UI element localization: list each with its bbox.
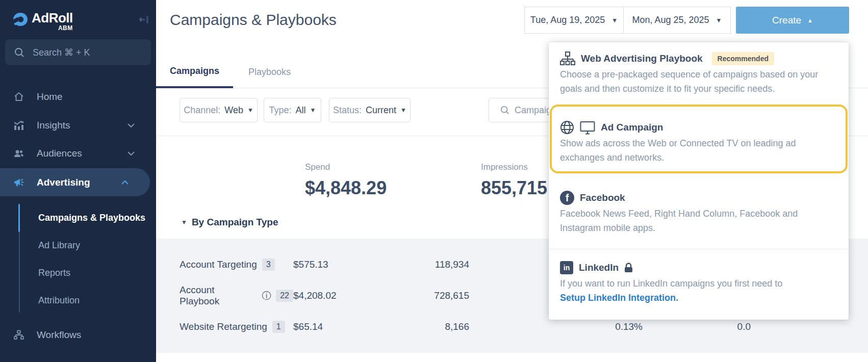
tab-playbooks[interactable]: Playbooks — [235, 56, 304, 88]
filter-channel[interactable]: Channel: Web ▼ — [180, 98, 258, 122]
sidebar-item-audiences[interactable]: Audiences — [0, 141, 156, 166]
workflows-icon — [14, 330, 24, 340]
create-dropdown-menu: Web Advertising Playbook Recommended Cho… — [549, 42, 849, 320]
home-icon — [14, 92, 24, 102]
sidebar-item-reports[interactable]: Reports — [38, 259, 70, 287]
menu-item-web-advertising-playbook[interactable]: Web Advertising Playbook Recommended Cho… — [560, 51, 837, 96]
menu-item-linkedin[interactable]: in LinkedIn If you want to run LinkedIn … — [560, 260, 837, 305]
sidebar-item-ad-library[interactable]: Ad Library — [38, 231, 80, 259]
sidebar: AdRoll ABM Search ⌘ + K Home Insights — [0, 0, 156, 362]
setup-linkedin-integration-link[interactable]: Setup LinkedIn Integration. — [560, 291, 837, 305]
sidebar-item-insights[interactable]: Insights — [0, 113, 156, 138]
impressions-cell: 728,615 — [377, 290, 469, 301]
caret-down-icon: ▼ — [181, 219, 187, 226]
recommended-badge: Recommended — [712, 52, 774, 65]
search-icon — [14, 47, 24, 58]
spend-cell: $65.14 — [293, 321, 377, 332]
brand-name: AdRoll — [32, 11, 73, 24]
adroll-logo: AdRoll ABM — [13, 11, 73, 31]
info-icon[interactable]: ⓘ — [262, 291, 271, 300]
date-range-end[interactable]: Mon, Aug 25, 2025 ▼ — [623, 7, 731, 34]
menu-item-facebook[interactable]: f Facebook Facebook News Feed, Right Han… — [560, 190, 837, 235]
count-badge: 1 — [272, 321, 285, 333]
menu-divider — [549, 249, 849, 249]
sidebar-search[interactable]: Search ⌘ + K — [5, 39, 151, 65]
spend-cell: $4,208.02 — [293, 290, 377, 301]
ctr-cell: 0.13% — [469, 321, 643, 332]
caret-down-icon: ▼ — [716, 17, 722, 24]
audiences-icon — [14, 148, 24, 159]
chevron-down-icon — [127, 123, 135, 128]
insights-icon — [14, 120, 24, 131]
sidebar-item-campaigns-playbooks[interactable]: Campaigns & Playbooks — [38, 204, 145, 231]
spend-cell: $575.13 — [293, 259, 377, 270]
sidebar-item-workflows[interactable]: Workflows — [0, 322, 156, 348]
spend-label: Spend — [305, 162, 330, 172]
chevron-down-icon — [127, 151, 135, 156]
count-badge: 22 — [276, 290, 293, 302]
sidebar-item-attribution[interactable]: Attribution — [38, 287, 80, 314]
caret-down-icon: ▼ — [310, 107, 316, 114]
sidebar-item-label: Insights — [37, 120, 70, 131]
megaphone-icon — [14, 177, 24, 188]
sitemap-icon — [560, 51, 575, 66]
count-badge: 3 — [262, 258, 275, 271]
main-content: Campaigns & Playbooks Tue, Aug 19, 2025 … — [156, 0, 868, 362]
sidebar-item-label: Home — [37, 91, 63, 102]
caret-up-icon: ▲ — [807, 17, 813, 23]
impressions-label: Impressions — [481, 162, 528, 172]
sidebar-item-label: Audiences — [37, 148, 82, 159]
caret-down-icon: ▼ — [247, 107, 253, 114]
lock-icon — [624, 263, 633, 273]
tab-campaigns[interactable]: Campaigns — [156, 56, 233, 88]
page-title: Campaigns & Playbooks — [170, 11, 337, 29]
extra-cell: 0.0 — [643, 321, 751, 332]
monitor-icon — [580, 121, 595, 135]
sidebar-item-label: Workflows — [37, 329, 81, 341]
filter-type[interactable]: Type: All ▼ — [264, 98, 321, 122]
search-icon — [500, 106, 509, 115]
by-campaign-type-toggle[interactable]: ▼ By Campaign Type — [181, 217, 278, 228]
spend-value: $4,848.29 — [305, 177, 387, 199]
adroll-logo-icon — [13, 12, 28, 27]
sidebar-item-home[interactable]: Home — [0, 84, 156, 110]
impressions-cell: 8,166 — [377, 321, 469, 332]
sidebar-item-advertising[interactable]: Advertising — [0, 168, 150, 196]
caret-down-icon: ▼ — [400, 107, 406, 114]
impressions-cell: 118,934 — [377, 259, 469, 270]
impressions-value: 855,715 — [481, 177, 547, 199]
create-button[interactable]: Create ▲ — [736, 7, 849, 34]
brand-sub: ABM — [58, 25, 73, 31]
menu-item-ad-campaign[interactable]: Ad Campaign Show ads across the Web or C… — [550, 105, 848, 173]
facebook-icon: f — [560, 191, 574, 205]
filter-status[interactable]: Status: Current ▼ — [329, 98, 411, 122]
collapse-sidebar-icon[interactable] — [139, 15, 149, 26]
caret-down-icon: ▼ — [611, 17, 618, 24]
linkedin-icon: in — [560, 261, 573, 274]
globe-icon — [560, 120, 574, 135]
sidebar-search-placeholder: Search ⌘ + K — [33, 47, 90, 58]
chevron-up-icon — [121, 180, 129, 185]
sidebar-item-label: Advertising — [37, 177, 90, 188]
subnav-active-indicator — [18, 204, 20, 232]
date-range-start[interactable]: Tue, Aug 19, 2025 ▼ — [524, 7, 623, 34]
